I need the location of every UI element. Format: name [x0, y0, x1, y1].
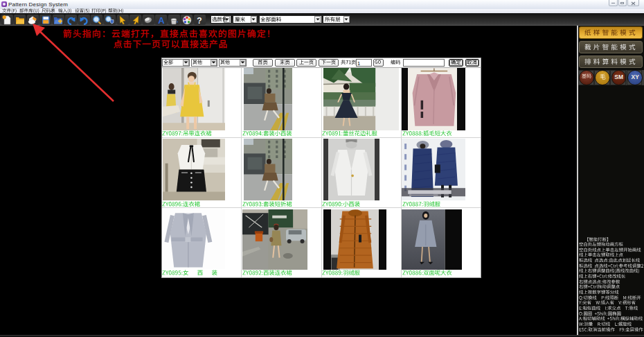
svg-text:A: A: [158, 15, 165, 25]
svg-text:?: ?: [197, 16, 202, 25]
